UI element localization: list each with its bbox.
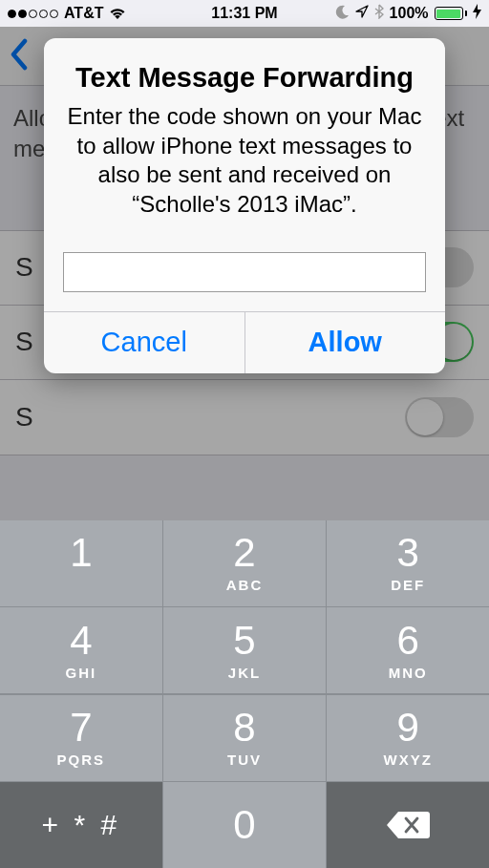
status-left: AT&T: [8, 5, 126, 22]
keypad-key-1[interactable]: 1: [0, 520, 162, 606]
code-input[interactable]: [63, 252, 426, 292]
location-icon: [355, 5, 369, 22]
signal-strength-icon: [8, 10, 58, 18]
allow-button[interactable]: Allow: [244, 312, 446, 373]
battery-percent: 100%: [390, 5, 429, 22]
keypad-key-0[interactable]: 0: [163, 782, 326, 868]
cancel-button[interactable]: Cancel: [44, 312, 244, 373]
keypad-key-3[interactable]: 3 DEF: [327, 520, 489, 606]
number-keypad: 1 2 ABC 3 DEF 4 GHI 5 JKL 6 MNO 7 PQRS 8…: [0, 520, 489, 868]
keypad-key-9[interactable]: 9 WXYZ: [327, 695, 489, 781]
bluetooth-icon: [374, 4, 384, 23]
battery-icon: [435, 7, 468, 20]
status-bar: AT&T 11:31 PM 100%: [0, 0, 489, 27]
do-not-disturb-icon: [335, 5, 350, 23]
keypad-key-backspace[interactable]: [327, 782, 489, 868]
backspace-icon: [385, 809, 431, 841]
keypad-key-7[interactable]: 7 PQRS: [0, 695, 162, 781]
alert-dialog: Text Message Forwarding Enter the code s…: [44, 38, 445, 373]
keypad-key-4[interactable]: 4 GHI: [0, 607, 162, 693]
keypad-key-symbols[interactable]: + * #: [0, 782, 162, 868]
alert-message: Enter the code shown on your Mac to allo…: [63, 102, 426, 220]
charging-icon: [473, 4, 481, 23]
status-right: 100%: [335, 4, 481, 23]
carrier-label: AT&T: [64, 5, 103, 22]
alert-title: Text Message Forwarding: [63, 61, 426, 95]
keypad-key-8[interactable]: 8 TUV: [163, 695, 326, 781]
keypad-key-2[interactable]: 2 ABC: [163, 520, 326, 606]
wifi-icon: [109, 7, 126, 20]
keypad-key-5[interactable]: 5 JKL: [163, 607, 326, 693]
status-time: 11:31 PM: [211, 5, 277, 22]
keypad-key-6[interactable]: 6 MNO: [327, 607, 489, 693]
